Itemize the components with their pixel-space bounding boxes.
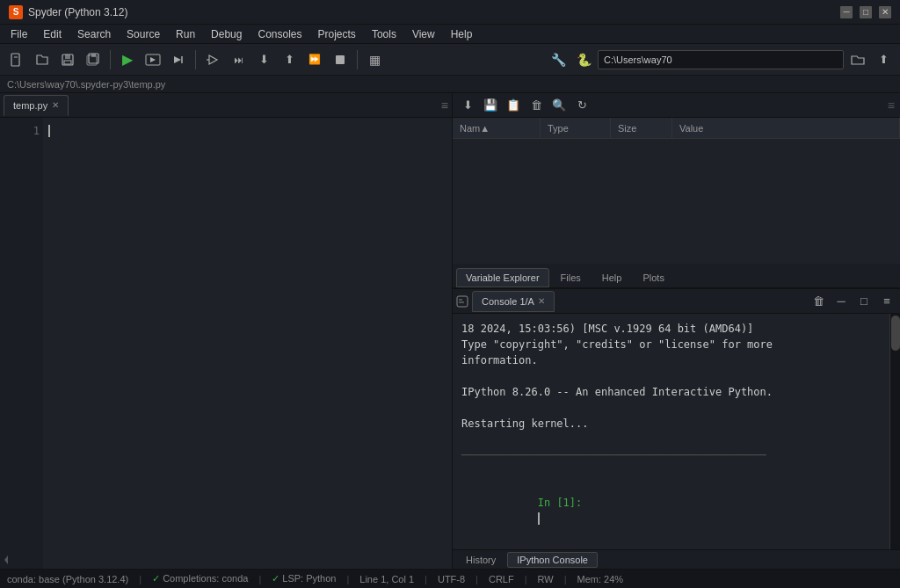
var-refresh-button[interactable]: ↻ <box>572 96 592 115</box>
tab-history[interactable]: History <box>456 552 505 568</box>
editor-tab-label: temp.py <box>13 100 47 111</box>
console-separator: ────────────────────────────────────────… <box>461 447 881 463</box>
menu-file[interactable]: File <box>4 26 34 42</box>
step-over-button[interactable]: ⏭ <box>227 48 250 71</box>
console-maximize-button[interactable]: □ <box>854 292 874 311</box>
editor-panel-collapse[interactable] <box>0 118 12 569</box>
run-cell-button[interactable] <box>142 48 164 71</box>
tab-ipython-console[interactable]: IPython Console <box>507 552 598 568</box>
toolbar-right: 🔧 🐍 ⬆ <box>547 48 895 71</box>
console-tab-label: Console 1/A <box>482 296 534 307</box>
debug-button[interactable] <box>201 48 224 71</box>
status-completions: ✓ Completions: conda <box>152 573 248 584</box>
variable-explorer-toolbar: ⬇ 💾 📋 🗑 🔍 ↻ ≡ <box>453 93 900 118</box>
app-icon: S <box>9 5 23 19</box>
stop-button[interactable] <box>329 48 352 71</box>
menu-run[interactable]: Run <box>169 26 202 42</box>
step-out-button[interactable]: ⬆ <box>278 48 301 71</box>
svg-marker-15 <box>4 555 8 564</box>
console-trash-button[interactable]: 🗑 <box>809 292 828 311</box>
var-import-button[interactable]: ⬇ <box>458 96 477 115</box>
tab-help[interactable]: Help <box>592 268 632 287</box>
col-header-name[interactable]: Nam▲ <box>453 118 541 138</box>
scrollbar-thumb[interactable] <box>891 316 900 351</box>
editor-tab-close[interactable]: ✕ <box>52 100 59 110</box>
var-copy-button[interactable]: 📋 <box>504 96 523 115</box>
status-encoding: UTF-8 <box>438 574 465 584</box>
var-search-button[interactable]: 🔍 <box>549 96 569 115</box>
variable-table-header: Nam▲ Type Size Value <box>453 118 900 139</box>
menu-debug[interactable]: Debug <box>204 26 249 42</box>
run-button[interactable]: ▶ <box>116 48 139 71</box>
menubar: File Edit Search Source Run Debug Consol… <box>0 25 900 44</box>
save-button[interactable] <box>56 48 79 71</box>
var-delete-button[interactable]: 🗑 <box>526 96 546 115</box>
tab-plots[interactable]: Plots <box>633 268 673 287</box>
variable-explorer-panel: ⬇ 💾 📋 🗑 🔍 ↻ ≡ Nam▲ Type Size Value Varia… <box>453 93 900 289</box>
status-sep-5: | <box>475 574 478 584</box>
menu-source[interactable]: Source <box>120 26 167 42</box>
menu-view[interactable]: View <box>405 26 442 42</box>
menu-projects[interactable]: Projects <box>311 26 363 42</box>
col-header-type[interactable]: Type <box>541 118 611 138</box>
maximize-button[interactable]: □ <box>860 6 872 18</box>
minimize-button[interactable]: ─ <box>840 6 853 18</box>
svg-marker-10 <box>174 56 181 63</box>
col-header-size[interactable]: Size <box>611 118 672 138</box>
editor-tab-menu[interactable]: ≡ <box>441 98 448 113</box>
main-toolbar: ▶ ⏭ ⬇ ⬆ ⏩ ▦ 🔧 🐍 ⬆ <box>0 44 900 76</box>
menu-help[interactable]: Help <box>444 26 480 42</box>
console-tab-close[interactable]: ✕ <box>538 296 545 306</box>
menu-search[interactable]: Search <box>70 26 118 42</box>
console-line-9 <box>461 463 881 479</box>
console-tab-1[interactable]: Console 1/A ✕ <box>472 291 555 312</box>
status-rw: RW <box>538 574 554 584</box>
var-save-button[interactable]: 💾 <box>481 96 500 115</box>
status-sep-4: | <box>425 574 427 584</box>
parent-directory-button[interactable]: ⬆ <box>872 48 895 71</box>
console-cursor <box>538 512 540 525</box>
editor-tab-temp-py[interactable]: temp.py ✕ <box>4 95 69 116</box>
variable-panel-tabs: Variable Explorer Files Help Plots <box>453 264 900 288</box>
status-position: Line 1, Col 1 <box>359 574 414 584</box>
tab-files[interactable]: Files <box>551 268 591 287</box>
console-panel: Console 1/A ✕ 🗑 ─ □ ≡ 18 2024, 15:03:56)… <box>453 289 900 569</box>
bottom-console-tabs: History IPython Console <box>453 549 900 569</box>
line-numbers: 1 <box>12 118 43 569</box>
close-button[interactable]: ✕ <box>879 6 891 18</box>
console-minimize-button[interactable]: ─ <box>831 292 851 311</box>
lsp-check: ✓ <box>272 573 279 584</box>
console-prompt: In [1]: <box>538 497 583 509</box>
console-scrollbar[interactable] <box>889 314 900 549</box>
svg-rect-3 <box>65 54 70 59</box>
main-content: temp.py ✕ ≡ 1 ⬇ 💾 📋 🗑 <box>0 93 900 569</box>
col-header-value[interactable]: Value <box>672 118 900 138</box>
status-sep-3: | <box>346 574 349 584</box>
working-directory-input[interactable] <box>598 50 844 69</box>
run-selection-button[interactable] <box>167 48 190 71</box>
new-file-button[interactable] <box>5 48 28 71</box>
statusbar: conda: base (Python 3.12.4) | ✓ Completi… <box>0 569 900 588</box>
var-panel-menu[interactable]: ≡ <box>888 98 895 113</box>
layout-button[interactable]: ▦ <box>363 48 386 71</box>
lsp-label: LSP: Python <box>282 573 336 584</box>
editor-panel: temp.py ✕ ≡ 1 <box>0 93 453 569</box>
console-output[interactable]: 18 2024, 15:03:56) [MSC v.1929 64 bit (A… <box>453 314 889 549</box>
toolbar-separator-2 <box>195 50 196 69</box>
status-conda: conda: base (Python 3.12.4) <box>7 574 128 584</box>
python-env-button[interactable]: 🐍 <box>572 48 595 71</box>
tab-variable-explorer[interactable]: Variable Explorer <box>456 268 549 287</box>
browse-directory-button[interactable] <box>846 48 869 71</box>
code-editor[interactable] <box>43 118 452 569</box>
menu-consoles[interactable]: Consoles <box>250 26 308 42</box>
menu-tools[interactable]: Tools <box>365 26 403 42</box>
right-panel: ⬇ 💾 📋 🗑 🔍 ↻ ≡ Nam▲ Type Size Value Varia… <box>453 93 900 569</box>
continue-button[interactable]: ⏩ <box>303 48 326 71</box>
save-all-button[interactable] <box>82 48 105 71</box>
step-into-button[interactable]: ⬇ <box>252 48 275 71</box>
menu-edit[interactable]: Edit <box>36 26 69 42</box>
console-menu-button[interactable]: ≡ <box>877 292 896 311</box>
preferences-button[interactable]: 🔧 <box>547 48 570 71</box>
console-line-5: IPython 8.26.0 -- An enhanced Interactiv… <box>461 384 881 400</box>
open-file-button[interactable] <box>31 48 54 71</box>
